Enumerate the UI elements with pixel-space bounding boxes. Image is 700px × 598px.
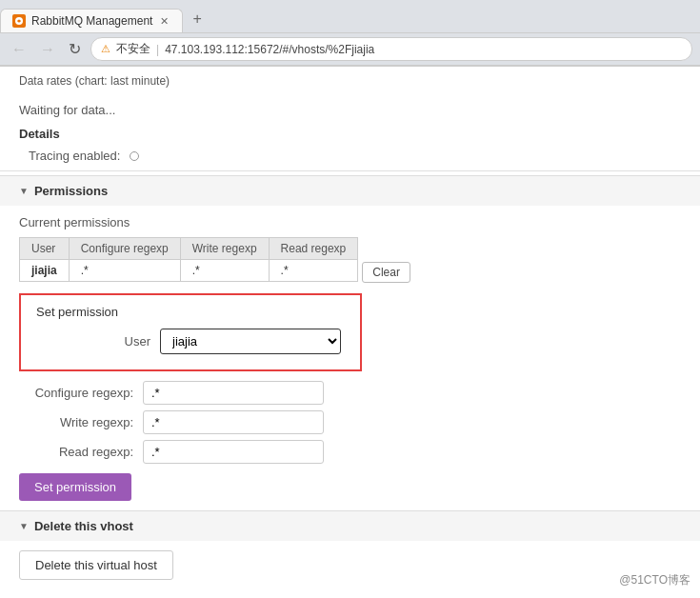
col-write: Write regexp [180,238,269,260]
permissions-table: User Configure regexp Write regexp Read … [19,237,358,282]
data-rates-label: Data rates (chart: last minute) [19,74,681,88]
set-permission-title: Set permission [36,305,345,319]
details-section: Details Tracing enabled: [0,121,700,170]
col-user: User [20,238,70,260]
table-row: jiajia .* .* .* [20,260,358,282]
tab-close-button[interactable]: ✕ [158,15,170,28]
delete-title: Delete this vhost [34,519,133,533]
details-title: Details [19,127,681,141]
delete-content: Delete this virtual host [0,541,700,589]
col-configure: Configure regexp [69,238,180,260]
address-bar: ← → ↻ ⚠ 不安全 | 47.103.193.112:15672/#/vho… [0,32,700,66]
active-tab[interactable]: RabbitMQ Management ✕ [0,9,183,32]
cell-write: .* [180,260,269,282]
cell-user: jiajia [20,260,70,282]
clear-button[interactable]: Clear [362,262,410,283]
delete-virtual-host-button[interactable]: Delete this virtual host [19,550,173,580]
back-button[interactable]: ← [8,39,30,60]
write-regexp-row: Write regexp: [19,410,681,434]
col-read: Read regexp [269,238,358,260]
configure-regexp-label: Configure regexp: [19,386,143,400]
permissions-collapse-arrow: ▼ [19,186,29,196]
set-permission-box: Set permission User jiajia [19,293,362,371]
tracing-radio[interactable] [130,151,139,161]
cell-configure: .* [69,260,180,282]
tracing-label: Tracing enabled: [29,149,120,163]
new-tab-button[interactable]: + [183,6,210,32]
permissions-header[interactable]: ▼ Permissions [0,176,700,206]
tab-bar: RabbitMQ Management ✕ + [0,0,700,32]
url-text: 47.103.193.112:15672/#/vhosts/%2Fjiajia [165,43,374,56]
delete-section: ▼ Delete this vhost Delete this virtual … [0,510,700,589]
delete-header[interactable]: ▼ Delete this vhost [0,511,700,541]
data-rates-section: Data rates (chart: last minute) [0,67,700,99]
tab-title: RabbitMQ Management [31,14,152,28]
url-input[interactable]: ⚠ 不安全 | 47.103.193.112:15672/#/vhosts/%2… [90,37,692,61]
tab-favicon [12,14,26,28]
write-regexp-label: Write regexp: [19,415,143,429]
write-regexp-input[interactable] [143,410,324,434]
read-regexp-row: Read regexp: [19,440,681,464]
security-icon: ⚠ [101,43,110,55]
forward-button[interactable]: → [36,39,59,60]
configure-regexp-row: Configure regexp: [19,381,681,405]
delete-collapse-arrow: ▼ [19,521,29,531]
page-content: Data rates (chart: last minute) Waiting … [0,67,700,598]
permissions-section: ▼ Permissions Current permissions User C… [0,175,700,501]
watermark: @51CTO博客 [619,572,690,588]
browser-chrome: RabbitMQ Management ✕ + ← → ↻ ⚠ 不安全 | 47… [0,0,700,67]
permissions-title: Permissions [34,184,108,198]
permissions-content: Current permissions User Configure regex… [0,206,700,381]
configure-regexp-input[interactable] [143,381,324,405]
refresh-button[interactable]: ↻ [65,38,85,60]
cell-read: .* [269,260,358,282]
current-permissions-label: Current permissions [19,215,681,229]
user-label: User [36,334,160,349]
set-permission-button[interactable]: Set permission [19,473,131,501]
read-regexp-input[interactable] [143,440,324,464]
tracing-row: Tracing enabled: [19,147,681,165]
form-section: Configure regexp: Write regexp: Read reg… [0,381,700,464]
security-label: 不安全 [116,41,150,57]
user-select[interactable]: jiajia [160,329,341,354]
waiting-text: Waiting for data... [0,99,700,121]
read-regexp-label: Read regexp: [19,445,143,459]
user-form-row: User jiajia [36,329,345,354]
